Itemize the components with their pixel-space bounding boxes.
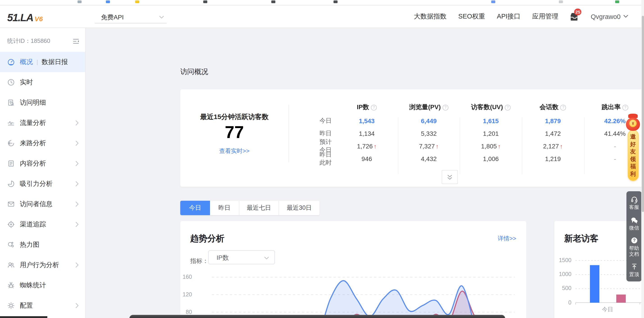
page-title: 访问概况 (180, 67, 208, 77)
metric-label: 指标： (190, 257, 208, 265)
floating-toolbar: 客服微信?帮助文档置顶 (626, 191, 642, 281)
stat-id: 统计ID：185860 (7, 37, 50, 45)
api-select-dropdown[interactable]: 免费API (95, 11, 167, 23)
users-icon (7, 261, 15, 269)
sidebar-item-label: 渠道追踪 (20, 220, 46, 229)
expand-button[interactable] (442, 170, 458, 184)
sidebar-item-channel-tracking[interactable]: 渠道追踪 (0, 214, 85, 234)
stat-value: 1,201 (460, 127, 522, 140)
favicon-icon (615, 1, 619, 3)
top-nav-link-API接口[interactable]: API接口 (497, 12, 520, 21)
chevron-right-icon (75, 140, 79, 146)
question-circle-icon[interactable]: ? (622, 104, 628, 110)
toolbar-item-help-docs[interactable]: ?帮助文档 (628, 237, 640, 257)
tab-昨日[interactable]: 昨日 (210, 201, 239, 215)
favicon-icon (491, 1, 495, 3)
toolbar-item-label: 微信 (628, 225, 640, 230)
chevron-down-icon (159, 16, 164, 19)
sidebar-item-label: 吸引力分析 (20, 180, 52, 188)
toolbar-item-label: 客服 (628, 204, 640, 210)
heat-icon (7, 241, 15, 248)
customer-service-icon (630, 195, 638, 203)
y-axis-tick-label: 80 (180, 309, 192, 315)
tab-最近30日[interactable]: 最近30日 (279, 201, 320, 215)
target-icon (7, 221, 15, 228)
pie-icon (7, 180, 15, 188)
chevron-right-icon (75, 262, 79, 268)
toolbar-item-back-to-top[interactable]: 置顶 (628, 263, 640, 277)
stat-value: 1,805↑ (460, 140, 522, 152)
invite-money-bag-icon[interactable]: ¥ (626, 114, 640, 132)
sidebar-item-content-analysis[interactable]: 内容分析 (0, 153, 85, 174)
trend-card: 趋势分析 详情>> 指标： IP数 4080120160 (180, 221, 526, 318)
sidebar-item-label: 用户行为分析 (20, 261, 59, 269)
top-nav-link-大数据指数[interactable]: 大数据指数 (414, 12, 446, 21)
dashboard-icon (7, 58, 15, 66)
logo-text: 51.LA (7, 12, 33, 23)
question-circle-icon[interactable]: ? (560, 104, 566, 110)
collapse-sidebar-icon[interactable] (72, 37, 80, 45)
divider (460, 117, 460, 174)
metric-select-dropdown[interactable]: IP数 (208, 250, 275, 264)
chevron-right-icon (75, 201, 79, 207)
y-axis-tick-label: 160 (180, 274, 192, 280)
sidebar-item-spider-stats[interactable]: 蜘蛛统计 (0, 275, 85, 295)
top-nav-link-SEO权重[interactable]: SEO权重 (458, 12, 485, 21)
y-axis-tick-label: 0 (554, 299, 572, 305)
sidebar-item-config[interactable]: 配置 (0, 295, 85, 316)
logo[interactable]: 51.LAV6 (7, 12, 43, 24)
divider: | (36, 59, 38, 65)
up-arrow-icon: ↑ (436, 143, 439, 150)
clock-icon (7, 79, 15, 86)
sidebar-item-heatmap[interactable]: 热力图 (0, 234, 85, 255)
stat-column-1: IP数?1,5431,1341,726↑946 (336, 100, 398, 176)
sidebar-menu: 概况|数据日报实时访问明细流量分析来路分析内容分析吸引力分析访问者信息渠道追踪热… (0, 52, 85, 316)
sidebar-item-visitor-info[interactable]: 访问者信息 (0, 194, 85, 214)
sidebar-item-traffic-analysis[interactable]: 流量分析 (0, 113, 85, 133)
sidebar-item-label: 热力图 (20, 240, 40, 249)
sidebar-item-attraction-analysis[interactable]: 吸引力分析 (0, 174, 85, 194)
top-nav-link-应用管理[interactable]: 应用管理 (532, 12, 558, 21)
scrollbar-track (641, 0, 644, 318)
toolbar-item-customer-service[interactable]: 客服 (628, 195, 640, 210)
stat-value: 1,134 (336, 127, 398, 140)
category-label: 今日 (602, 306, 613, 313)
chevron-right-icon (75, 221, 79, 227)
favicon-icon (203, 1, 207, 3)
sidebar-item-realtime[interactable]: 实时 (0, 72, 85, 93)
toolbar-item-wechat[interactable]: 微信 (628, 216, 640, 230)
stat-value: 6,449 (398, 115, 460, 127)
sidebar-item-overview[interactable]: 概况|数据日报 (0, 52, 85, 72)
stat-value: 946 (336, 152, 398, 165)
sidebar-item-label: 访问者信息 (20, 200, 52, 208)
scrollbar-thumb[interactable] (642, 16, 644, 212)
tab-最近七日[interactable]: 最近七日 (239, 201, 279, 215)
toolbar-item-label: 帮助文档 (628, 246, 640, 257)
invite-friends-badge[interactable]: 邀好友领福利 (628, 130, 638, 181)
view-realtime-link[interactable]: 查看实时>> (180, 147, 288, 155)
user-menu[interactable]: Qvgrawo0 (591, 13, 628, 20)
favicon-icon (106, 1, 110, 3)
question-circle-icon[interactable]: ? (505, 104, 510, 110)
favicon-icon (334, 1, 338, 3)
gear-icon (7, 302, 15, 309)
arrow-back-icon (7, 139, 15, 147)
dock-bar (129, 315, 505, 318)
sidebar-item-source-analysis[interactable]: 来路分析 (0, 133, 85, 153)
sidebar-item-sublabel: 数据日报 (42, 58, 68, 66)
question-circle-icon[interactable]: ? (371, 104, 377, 110)
trend-detail-link[interactable]: 详情>> (498, 234, 516, 243)
question-circle-icon[interactable]: ? (442, 104, 448, 110)
spider-icon (7, 281, 15, 289)
stat-value: 1,543 (336, 115, 398, 127)
y-axis-tick-label: 120 (180, 291, 192, 298)
spacer (293, 100, 336, 115)
favicon-icon (559, 1, 563, 3)
wechat-icon (630, 216, 638, 224)
chevron-right-icon (75, 181, 79, 187)
notifications-button[interactable]: 25 (569, 12, 580, 22)
sidebar-item-visit-detail[interactable]: 访问明细 (0, 93, 85, 113)
tab-今日[interactable]: 今日 (180, 201, 210, 215)
sidebar-item-user-behavior[interactable]: 用户行为分析 (0, 255, 85, 275)
metric-select-value: IP数 (216, 254, 229, 261)
